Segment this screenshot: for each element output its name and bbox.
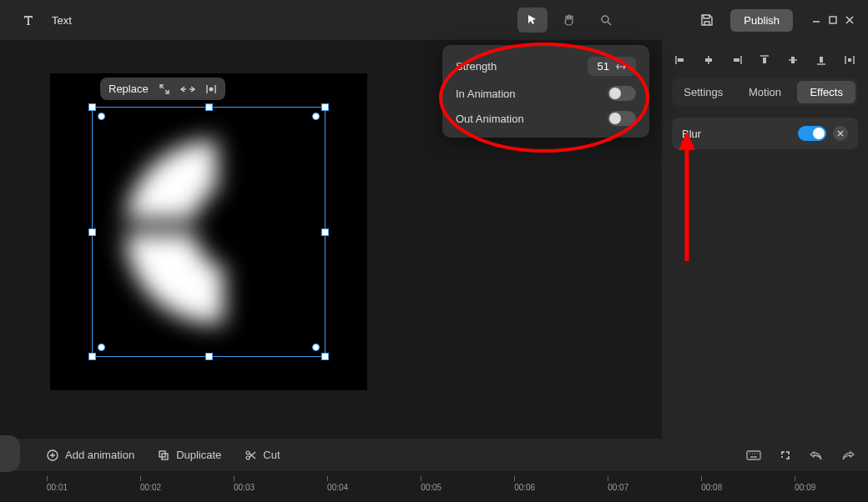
out-animation-toggle[interactable] — [608, 111, 636, 126]
hand-tool[interactable] — [554, 8, 584, 33]
svg-rect-15 — [820, 57, 823, 63]
save-icon[interactable] — [692, 8, 722, 33]
svg-rect-5 — [678, 58, 684, 62]
effect-label: Blur — [682, 128, 701, 140]
topbar: Text Publish — [0, 0, 868, 40]
cut-button[interactable]: Cut — [245, 449, 280, 461]
svg-line-1 — [608, 22, 611, 25]
in-animation-toggle[interactable] — [608, 86, 636, 101]
undo-icon[interactable] — [810, 449, 823, 461]
resize-handle[interactable] — [88, 228, 96, 236]
scissors-icon — [245, 449, 256, 461]
expand-icon[interactable] — [159, 83, 170, 95]
timeline-tick: 00:05 — [421, 483, 442, 492]
timeline-tick: 00:04 — [327, 483, 348, 492]
search-tool[interactable] — [591, 8, 621, 33]
svg-rect-13 — [791, 57, 795, 63]
distribute-icon[interactable] — [843, 53, 856, 67]
duplicate-button[interactable]: Duplicate — [158, 449, 221, 461]
cursor-tool[interactable] — [517, 8, 548, 33]
resize-handle[interactable] — [321, 353, 329, 360]
svg-rect-9 — [734, 58, 739, 62]
fit-icon[interactable] — [780, 449, 791, 461]
alignment-row — [672, 53, 858, 78]
scrub-icon — [616, 63, 626, 71]
effect-remove-button[interactable] — [833, 126, 848, 141]
plus-circle-icon — [47, 449, 58, 461]
timeline-tick: 00:07 — [608, 483, 628, 492]
redo-icon[interactable] — [841, 449, 855, 461]
panel-tabs: Settings Motion Effects — [672, 78, 858, 106]
play-button[interactable] — [0, 435, 20, 472]
tab-settings[interactable]: Settings — [674, 81, 733, 103]
resize-handle[interactable] — [321, 228, 329, 236]
cut-label: Cut — [263, 449, 280, 461]
footer: Add animation Duplicate Cut 00:0100:0200… — [0, 439, 868, 502]
out-animation-label: Out Animation — [456, 113, 524, 125]
tool-label: Text — [52, 14, 72, 27]
svg-point-0 — [602, 16, 608, 23]
svg-rect-18 — [848, 58, 851, 62]
replace-button[interactable]: Replace — [108, 83, 149, 95]
align-right-icon[interactable] — [730, 53, 744, 67]
timeline-tick: 00:03 — [234, 483, 255, 492]
svg-rect-7 — [705, 58, 712, 62]
duplicate-icon — [158, 449, 169, 461]
effect-toggle[interactable] — [798, 126, 826, 141]
align-top-icon[interactable] — [758, 53, 771, 67]
close-icon[interactable] — [845, 15, 855, 25]
selection-box[interactable] — [92, 107, 326, 357]
resize-handle[interactable] — [88, 353, 96, 360]
right-panel: Settings Motion Effects Blur — [661, 40, 868, 439]
effect-settings-popover: Strength 51 In Animation Out Animation — [442, 45, 649, 138]
duplicate-label: Duplicate — [176, 449, 221, 461]
resize-handle[interactable] — [205, 103, 213, 111]
svg-point-28 — [246, 456, 250, 459]
resize-handle[interactable] — [321, 103, 329, 111]
align-icon[interactable] — [205, 83, 217, 95]
svg-rect-29 — [747, 451, 760, 459]
svg-point-27 — [246, 451, 250, 454]
selection-toolbar: Replace — [100, 78, 225, 100]
rotate-handle[interactable] — [312, 113, 320, 120]
tab-motion[interactable]: Motion — [736, 81, 795, 103]
timeline-tick: 00:02 — [140, 483, 161, 492]
resize-handle[interactable] — [205, 353, 213, 360]
strength-value: 51 — [598, 60, 609, 73]
timeline-ruler[interactable]: 00:0100:0200:0300:0400:0500:0600:0700:08… — [0, 472, 868, 502]
rotate-handle[interactable] — [98, 344, 105, 351]
canvas-frame[interactable] — [50, 73, 367, 390]
add-animation-label: Add animation — [65, 449, 134, 461]
timeline-tick: 00:09 — [795, 483, 815, 492]
tab-effects[interactable]: Effects — [797, 81, 855, 103]
rotate-handle[interactable] — [312, 344, 320, 351]
strength-value-input[interactable]: 51 — [588, 57, 636, 76]
effect-blur-row: Blur — [672, 118, 858, 149]
svg-point-21 — [209, 87, 213, 91]
minimize-icon[interactable] — [811, 15, 821, 25]
align-center-h-icon[interactable] — [702, 53, 715, 67]
strength-label: Strength — [456, 60, 497, 73]
in-animation-label: In Animation — [456, 88, 516, 100]
svg-rect-3 — [830, 17, 836, 23]
align-bottom-icon[interactable] — [815, 53, 828, 67]
timeline-tick: 00:08 — [701, 483, 722, 492]
svg-rect-11 — [763, 58, 766, 63]
resize-handle[interactable] — [88, 103, 96, 111]
keyboard-icon[interactable] — [746, 449, 761, 461]
align-left-icon[interactable] — [674, 53, 687, 67]
flip-horizontal-icon[interactable] — [180, 84, 195, 94]
align-center-v-icon[interactable] — [786, 53, 800, 67]
add-animation-button[interactable]: Add animation — [47, 449, 134, 461]
timeline-tick: 00:01 — [47, 483, 68, 492]
publish-button[interactable]: Publish — [730, 9, 793, 32]
maximize-icon[interactable] — [828, 15, 838, 25]
rotate-handle[interactable] — [98, 113, 105, 120]
timeline-tick: 00:06 — [514, 483, 535, 492]
text-tool-icon[interactable] — [13, 8, 43, 33]
